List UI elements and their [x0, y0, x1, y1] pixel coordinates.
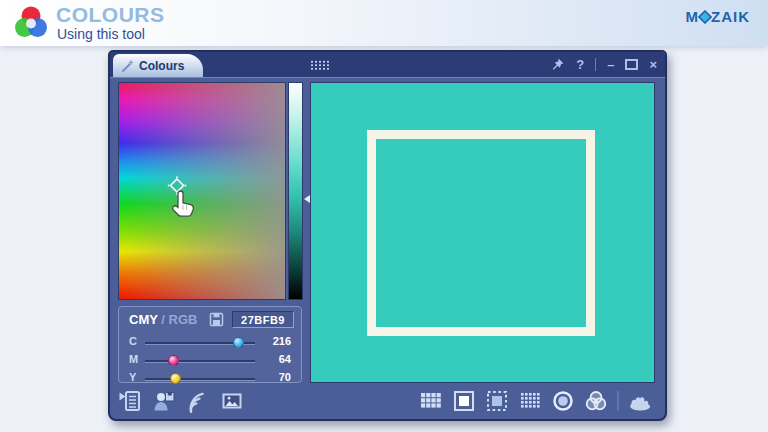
- brand-prefix: M: [686, 8, 700, 25]
- pushpin-icon[interactable]: [550, 57, 565, 72]
- controls-separator: [595, 58, 596, 71]
- drawing-canvas[interactable]: [310, 82, 655, 383]
- slider-track-m[interactable]: [145, 360, 255, 363]
- slider-label-m: M: [129, 353, 138, 365]
- diamond-icon: [698, 10, 712, 24]
- rainbow-icon[interactable]: [186, 389, 210, 413]
- slider-label-y: Y: [129, 371, 136, 383]
- value-slider[interactable]: [288, 82, 303, 300]
- maximize-icon[interactable]: [625, 59, 638, 70]
- color-values-panel: CMY / RGB C 216 M: [118, 306, 302, 383]
- help-button[interactable]: ?: [576, 58, 584, 71]
- drawn-rectangle: [367, 130, 595, 336]
- dense-grid-icon[interactable]: [518, 389, 542, 413]
- mode-rgb[interactable]: RGB: [169, 312, 198, 327]
- page-title: COLOURS: [56, 3, 165, 27]
- slider-knob-y[interactable]: [170, 373, 181, 384]
- slider-row-y: Y 70: [119, 370, 301, 386]
- screen: COLOURS Using this tool M ZAIK Colours: [0, 0, 768, 432]
- mode-cmy[interactable]: CMY: [129, 312, 158, 327]
- image-icon[interactable]: [220, 389, 244, 413]
- dashed-selection-icon[interactable]: [485, 389, 509, 413]
- page-subtitle: Using this tool: [57, 26, 145, 42]
- slider-label-c: C: [129, 335, 137, 347]
- page-header: COLOURS Using this tool M ZAIK: [0, 0, 768, 46]
- slider-value-y: 70: [255, 371, 291, 383]
- slider-knob-m[interactable]: [168, 355, 179, 366]
- titlebar[interactable]: Colours ? – ×: [110, 52, 665, 78]
- tab-colours[interactable]: Colours: [113, 54, 203, 77]
- color-picker-field[interactable]: [118, 82, 286, 300]
- slider-track-y[interactable]: [145, 378, 255, 381]
- slider-track-c[interactable]: [145, 342, 255, 345]
- magic-wand-icon: [120, 58, 134, 73]
- slider-knob-c[interactable]: [233, 337, 244, 348]
- color-mix-icon[interactable]: [584, 389, 608, 413]
- lesson-list-icon[interactable]: [118, 389, 142, 413]
- colours-window: Colours ? – ×: [108, 50, 667, 421]
- brand-logo: M ZAIK: [686, 8, 751, 25]
- close-button[interactable]: ×: [649, 58, 657, 71]
- user-save-icon[interactable]: [152, 389, 176, 413]
- filled-square-icon[interactable]: [452, 389, 476, 413]
- hand-splat-icon[interactable]: [628, 389, 652, 413]
- slider-value-m: 64: [255, 353, 291, 365]
- mode-switch[interactable]: CMY / RGB: [129, 312, 197, 327]
- toolbar-separator: [617, 391, 619, 411]
- slider-row-c: C 216: [119, 334, 301, 350]
- drag-handle-dots[interactable]: [310, 60, 329, 70]
- slider-value-c: 216: [255, 335, 291, 347]
- hex-input[interactable]: [232, 311, 294, 328]
- brand-suffix: ZAIK: [711, 8, 750, 25]
- rgb-circles-logo: [12, 4, 50, 42]
- toolbar-right: [419, 389, 652, 413]
- slider-row-m: M 64: [119, 352, 301, 368]
- grid-icon[interactable]: [419, 389, 443, 413]
- tab-label: Colours: [139, 59, 184, 73]
- toolbar-left: [118, 389, 244, 413]
- minimize-button[interactable]: –: [607, 58, 614, 71]
- circle-icon[interactable]: [551, 389, 575, 413]
- floppy-disk-icon[interactable]: [209, 312, 224, 327]
